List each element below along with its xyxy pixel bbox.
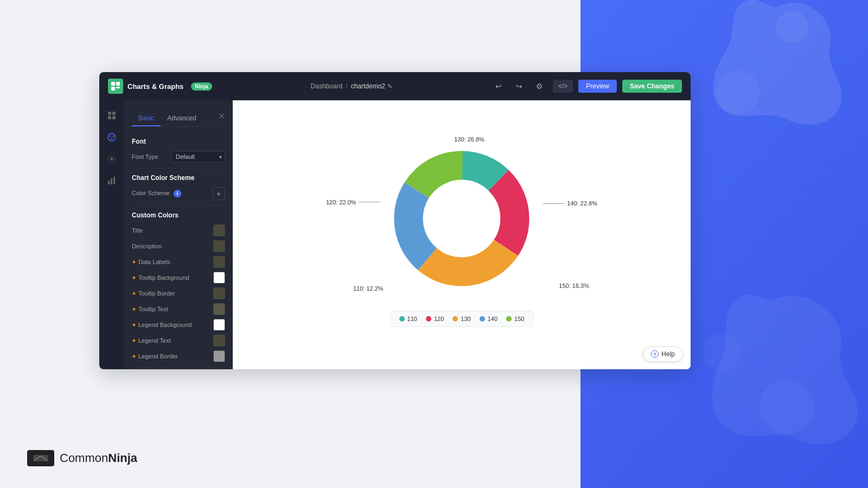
preview-button[interactable]: Preview: [578, 80, 617, 93]
color-swatch-legend-bg[interactable]: [213, 319, 225, 331]
star-icon-legend-border: ★: [132, 354, 136, 359]
legend-label-110: 110: [407, 316, 417, 322]
svg-point-0: [776, 11, 808, 43]
font-type-select[interactable]: Default Sans-serif Serif Monospace: [171, 151, 225, 163]
svg-point-3: [703, 333, 741, 371]
tab-basic[interactable]: Basic: [132, 111, 161, 126]
color-row-tooltip-text: ★ Tooltip Text: [132, 303, 225, 315]
sidebar-chart-icon[interactable]: [103, 172, 120, 189]
star-icon-tooltip-border: ★: [132, 291, 136, 296]
color-swatch-tooltip-bg[interactable]: [213, 272, 225, 284]
font-type-label: Font Type: [132, 153, 158, 160]
legend-label-130: 130: [461, 316, 470, 322]
color-swatch-title[interactable]: [213, 224, 225, 236]
color-row-data-labels: ★ Data Labels: [132, 256, 225, 268]
svg-rect-8: [116, 87, 120, 88]
svg-point-17: [111, 158, 113, 160]
svg-point-2: [760, 380, 814, 434]
help-button[interactable]: ? Help: [643, 346, 683, 362]
legend-item-140: 140: [480, 316, 497, 322]
legend-item-130: 130: [452, 316, 470, 322]
star-icon-data-labels: ★: [132, 259, 136, 265]
svg-rect-18: [108, 181, 110, 184]
svg-rect-6: [116, 82, 120, 86]
svg-point-15: [113, 136, 114, 137]
color-swatch-description[interactable]: [213, 240, 225, 252]
svg-point-14: [110, 136, 111, 137]
chart-wrapper: 130: 26.8% 140: 22.8% 150: 16.3% 110: 12…: [386, 143, 538, 327]
chart-color-scheme-title: Chart Color Scheme: [132, 174, 225, 182]
legend-item-150: 150: [506, 316, 524, 322]
color-swatch-tooltip-text[interactable]: [213, 303, 225, 315]
divider-3: [132, 368, 225, 368]
ninja-badge: Ninja: [191, 82, 212, 91]
color-swatch-data-labels[interactable]: [213, 256, 225, 268]
color-swatch-tooltip-border[interactable]: [213, 287, 225, 299]
star-icon-legend-text: ★: [132, 338, 136, 343]
star-icon-legend-bg: ★: [132, 322, 136, 328]
top-bar: Charts & Graphs Ninja Dashboard / chartd…: [99, 72, 691, 100]
svg-rect-11: [108, 116, 111, 119]
star-icon-tooltip-bg: ★: [132, 275, 136, 280]
svg-rect-12: [112, 116, 116, 119]
panel-content: Font Font Type Default Sans-serif Serif …: [124, 127, 233, 369]
panel-close-button[interactable]: ✕: [218, 111, 225, 126]
settings-button[interactable]: ⚙: [532, 79, 547, 94]
svg-rect-5: [111, 82, 115, 86]
app-logo-icon: [108, 79, 123, 94]
color-swatch-legend-border[interactable]: [213, 350, 225, 362]
legend-dot-110: [399, 316, 405, 322]
legend-item-120: 120: [426, 316, 444, 322]
svg-point-13: [108, 133, 116, 141]
color-label-data-labels: ★ Data Labels: [132, 259, 170, 265]
code-button[interactable]: </>: [553, 80, 573, 93]
settings-panel: Basic Advanced ✕ Font Font Type Default …: [124, 100, 233, 369]
color-label-tooltip-bg: ★ Tooltip Background: [132, 274, 189, 281]
legend-item-110: 110: [399, 316, 417, 322]
color-label-legend-border: ★ Legend Border: [132, 353, 178, 359]
legend-dot-120: [426, 316, 431, 322]
legend-label-150: 150: [514, 316, 524, 322]
svg-rect-20: [113, 177, 115, 184]
donut-svg: [386, 143, 538, 294]
tab-advanced[interactable]: Advanced: [161, 111, 202, 126]
legend-label-140: 140: [488, 316, 497, 322]
help-circle-icon: ?: [651, 350, 659, 358]
color-swatch-legend-text[interactable]: [213, 335, 225, 346]
color-row-legend-border: ★ Legend Border: [132, 350, 225, 362]
breadcrumb-parent[interactable]: Dashboard: [311, 82, 343, 90]
color-scheme-row: Color Scheme i +: [132, 187, 225, 200]
donut-chart: 130: 26.8% 140: 22.8% 150: 16.3% 110: 12…: [386, 143, 538, 294]
font-section-title: Font: [132, 138, 225, 145]
label-120: 120: 22.0%: [326, 199, 380, 206]
undo-button[interactable]: ↩: [491, 79, 506, 94]
logo-icon: [27, 450, 54, 466]
label-150: 150: 16.3%: [559, 282, 589, 289]
sidebar-grid-icon[interactable]: [103, 107, 120, 124]
svg-rect-9: [108, 112, 111, 115]
legend-dot-150: [506, 316, 512, 322]
color-row-description: Description: [132, 240, 225, 252]
sidebar-settings-icon[interactable]: [103, 150, 120, 168]
app-logo: Charts & Graphs Ninja: [108, 79, 212, 94]
color-label-tooltip-text: ★ Tooltip Text: [132, 306, 168, 312]
icon-sidebar: [99, 100, 124, 369]
legend-dot-130: [452, 316, 458, 322]
content-area: Basic Advanced ✕ Font Font Type Default …: [99, 100, 691, 369]
color-scheme-label: Color Scheme i: [132, 190, 181, 197]
svg-rect-7: [111, 87, 115, 91]
svg-point-16: [111, 138, 113, 140]
breadcrumb: Dashboard / chartdemo2 ✎: [212, 82, 491, 90]
color-row-legend-text: ★ Legend Text: [132, 335, 225, 346]
color-row-tooltip-border: ★ Tooltip Border: [132, 287, 225, 299]
redo-button[interactable]: ↪: [512, 79, 527, 94]
chart-area: 130: 26.8% 140: 22.8% 150: 16.3% 110: 12…: [233, 100, 691, 369]
logo-text: CommonNinja: [60, 451, 137, 465]
sidebar-palette-icon[interactable]: [103, 129, 120, 146]
color-label-tooltip-border: ★ Tooltip Border: [132, 290, 175, 297]
color-scheme-info-icon[interactable]: i: [174, 190, 181, 197]
save-button[interactable]: Save Changes: [622, 80, 682, 93]
add-color-scheme-button[interactable]: +: [212, 187, 225, 200]
toolbar-actions: ↩ ↪ ⚙ </> Preview Save Changes: [491, 79, 682, 94]
breadcrumb-separator: /: [346, 82, 347, 90]
